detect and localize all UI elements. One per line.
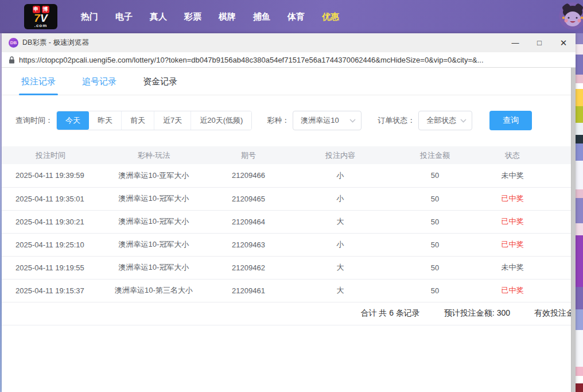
time-today-button[interactable]: 今天: [57, 111, 89, 130]
cell-game: 澳洲幸运10-冠军大小: [99, 256, 208, 279]
time-day-before-button[interactable]: 前天: [121, 111, 154, 130]
cell-content: 小: [289, 187, 392, 210]
col-bet-content: 投注内容: [289, 146, 392, 164]
page-content: 投注记录 追号记录 资金记录 查询时间： 今天 昨天 前天 近7天 近20天(低…: [2, 68, 576, 392]
status-badge: 已中奖: [478, 233, 547, 256]
window-controls: — □ ✕: [503, 33, 576, 52]
cell-game: 澳洲幸运10-亚军大小: [99, 164, 208, 187]
order-status-value: 全部状态: [426, 115, 456, 126]
background-page-right-edge: [576, 33, 583, 392]
cell-game: 澳洲幸运10-冠军大小: [99, 187, 208, 210]
browser-titlebar: DB DB彩票 - 极速浏览器 — □ ✕: [2, 33, 576, 52]
summary-expected-amount: 预计投注金额: 300: [444, 308, 510, 319]
query-time-label: 查询时间：: [15, 115, 53, 126]
cell-issue: 21209463: [208, 233, 289, 256]
cell-amount: 50: [392, 279, 478, 302]
logo-7: 7: [34, 12, 40, 24]
lock-icon: [9, 56, 15, 64]
search-button[interactable]: 查询: [489, 111, 532, 130]
table-summary: 合计 共 6 条记录 预计投注金额: 300 有效投注金: [2, 302, 576, 325]
url-text: https://ctopcp02pcali.uengi5e.com/lotter…: [19, 56, 484, 64]
nav-item-slots[interactable]: 电子: [107, 6, 141, 28]
nav-item-hot[interactable]: 热门: [72, 6, 107, 28]
avatar-illustration: [559, 2, 583, 30]
status-badge: 未中奖: [478, 164, 547, 187]
window-title: DB彩票 - 极速浏览器: [22, 38, 89, 48]
logo-wordmark: 7V: [34, 13, 47, 24]
cell-game: 澳洲幸运10-冠军大小: [99, 233, 208, 256]
col-status: 状态: [478, 146, 547, 164]
site-top-nav: 申 博 7V .com 热门 电子 真人 彩票 棋牌 捕鱼 体育 优惠: [0, 0, 583, 33]
lottery-type-select[interactable]: 澳洲幸运10: [293, 111, 362, 130]
cell-content: 小: [289, 233, 392, 256]
chevron-down-icon: [349, 119, 356, 123]
status-badge: 已中奖: [478, 187, 547, 210]
table-header-row: 投注时间 彩种-玩法 期号 投注内容 投注金额 状态: [2, 146, 576, 164]
logo-v: V: [40, 12, 48, 24]
table-row: 2025-04-11 19:15:37 澳洲幸运10-第三名大小 2120946…: [2, 279, 576, 302]
time-last20days-button[interactable]: 近20天(低频): [191, 111, 251, 130]
scrollbar[interactable]: [571, 68, 576, 392]
record-tabs: 投注记录 追号记录 资金记录: [2, 68, 576, 95]
site-nav-menu: 热门 电子 真人 彩票 棋牌 捕鱼 体育 优惠: [72, 6, 348, 28]
screen: 申 博 7V .com 热门 电子 真人 彩票 棋牌 捕鱼 体育 优惠: [0, 0, 583, 392]
cell-content: 大: [289, 256, 392, 279]
nav-item-fishing[interactable]: 捕鱼: [244, 6, 279, 28]
status-badge: 已中奖: [478, 279, 547, 302]
nav-item-promotions[interactable]: 优惠: [313, 6, 348, 28]
col-issue: 期号: [208, 146, 289, 164]
cell-issue: 21209461: [208, 279, 289, 302]
db-app-icon: DB: [9, 38, 18, 48]
cell-content: 大: [289, 279, 392, 302]
cell-amount: 50: [392, 187, 478, 210]
chevron-down-icon: [460, 119, 467, 123]
cell-game: 澳洲幸运10-第三名大小: [99, 279, 208, 302]
time-last7days-button[interactable]: 近7天: [154, 111, 191, 130]
tab-fund-records[interactable]: 资金记录: [143, 76, 177, 95]
status-badge: 已中奖: [478, 210, 547, 233]
tab-bet-records[interactable]: 投注记录: [21, 76, 56, 95]
user-avatar[interactable]: [559, 2, 583, 30]
cell-time: 2025-04-11 19:35:01: [2, 187, 99, 210]
browser-address-bar[interactable]: https://ctopcp02pcali.uengi5e.com/lotter…: [2, 52, 576, 68]
cell-content: 大: [289, 210, 392, 233]
cell-amount: 50: [392, 210, 478, 233]
order-status-select[interactable]: 全部状态: [418, 111, 472, 130]
cell-time: 2025-04-11 19:19:55: [2, 256, 99, 279]
col-game-play: 彩种-玩法: [99, 146, 208, 164]
browser-window: DB DB彩票 - 极速浏览器 — □ ✕ https://ctopcp02pc…: [2, 33, 576, 392]
time-yesterday-button[interactable]: 昨天: [89, 111, 121, 130]
cell-content: 小: [289, 164, 392, 187]
cell-issue: 21209462: [208, 256, 289, 279]
logo-domain-suffix: .com: [34, 24, 48, 28]
cell-issue: 21209464: [208, 210, 289, 233]
lottery-type-label: 彩种：: [267, 115, 289, 126]
table-row: 2025-04-11 19:19:55 澳洲幸运10-冠军大小 21209462…: [2, 256, 576, 279]
cell-game: 澳洲幸运10-冠军大小: [99, 210, 208, 233]
cell-amount: 50: [392, 233, 478, 256]
cell-amount: 50: [392, 164, 478, 187]
cell-issue: 21209466: [208, 164, 289, 187]
status-badge: 未中奖: [478, 256, 547, 279]
maximize-icon[interactable]: □: [527, 33, 551, 52]
cell-issue: 21209465: [208, 187, 289, 210]
cell-time: 2025-04-11 19:39:59: [2, 164, 99, 187]
table-row: 2025-04-11 19:35:01 澳洲幸运10-冠军大小 21209465…: [2, 187, 576, 210]
nav-item-live-casino[interactable]: 真人: [141, 6, 176, 28]
tab-chase-records[interactable]: 追号记录: [82, 76, 116, 95]
minimize-icon[interactable]: —: [503, 33, 527, 52]
nav-item-lottery[interactable]: 彩票: [176, 6, 210, 28]
lottery-type-value: 澳洲幸运10: [301, 115, 339, 126]
cell-time: 2025-04-11 19:15:37: [2, 279, 99, 302]
site-logo[interactable]: 申 博 7V .com: [24, 4, 57, 29]
close-icon[interactable]: ✕: [551, 33, 576, 52]
table-row: 2025-04-11 19:30:21 澳洲幸运10-冠军大小 21209464…: [2, 210, 576, 233]
nav-item-chess[interactable]: 棋牌: [210, 6, 244, 28]
col-bet-time: 投注时间: [2, 146, 99, 164]
summary-valid-amount: 有效投注金: [534, 308, 574, 319]
bet-records-table: 投注时间 彩种-玩法 期号 投注内容 投注金额 状态 2025-04-11 19…: [2, 146, 576, 302]
col-bet-amount: 投注金额: [392, 146, 478, 164]
nav-item-sports[interactable]: 体育: [279, 6, 313, 28]
cell-time: 2025-04-11 19:25:10: [2, 233, 99, 256]
table-row: 2025-04-11 19:39:59 澳洲幸运10-亚军大小 21209466…: [2, 164, 576, 187]
